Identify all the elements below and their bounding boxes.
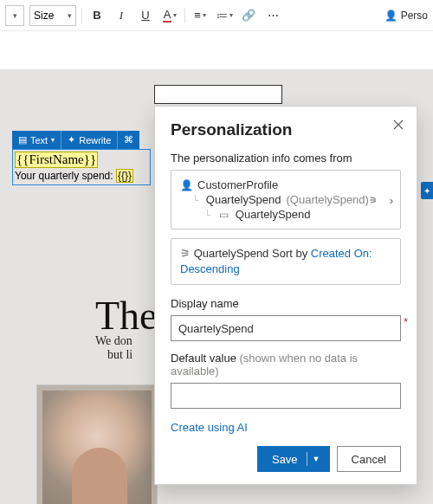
panel-button-row: Save ▼ Cancel — [171, 446, 401, 472]
default-value-label: Default value (shown when no data is ava… — [171, 352, 401, 378]
font-family-dropdown[interactable]: ▾ — [5, 5, 24, 26]
chevron-right-icon: › — [390, 193, 393, 206]
default-value-field: Default value (shown when no data is ava… — [171, 352, 401, 409]
display-name-input[interactable] — [171, 315, 401, 341]
article-image — [36, 384, 158, 504]
text-element-button[interactable]: ▤ Text ▾ — [12, 131, 61, 149]
firstname-token[interactable]: {{FirstName}} — [15, 152, 98, 168]
chevron-down-icon[interactable]: ▼ — [313, 455, 320, 463]
italic-button[interactable]: I — [112, 4, 131, 27]
overflow-button[interactable]: ⋯ — [263, 4, 282, 27]
sparkle-icon: ✦ — [68, 134, 75, 145]
tree-elbow-icon: └ — [204, 210, 211, 220]
source-leaf-row: └ ▭ QuartelySpend — [180, 207, 378, 222]
personalization-shortcut[interactable]: Perso — [401, 10, 428, 22]
display-name-label: Display name — [171, 297, 401, 310]
required-indicator: * — [404, 316, 408, 328]
source-section-label: The personalization info comes from — [171, 152, 401, 165]
display-name-field: Display name * — [171, 297, 401, 341]
article-body-line: We don — [95, 334, 132, 348]
split-divider — [307, 452, 307, 466]
profile-icon: 👤 — [180, 179, 192, 191]
save-button[interactable]: Save ▼ — [257, 446, 330, 472]
editor-canvas: ▤ Text ▾ ✦ Rewrite ⌘ {{FirstName}} Your … — [0, 31, 433, 504]
chevron-down-icon: ▾ — [51, 136, 55, 144]
text-icon: ▤ — [18, 134, 27, 145]
field-icon: ▭ — [218, 209, 230, 221]
personalization-panel: Personalization The personalization info… — [154, 106, 417, 485]
filter-icon: ⚞ — [180, 247, 191, 260]
source-child-row: └ QuartelySpend (QuartelySpend) — [180, 192, 378, 207]
link-button[interactable]: 🔗 — [239, 4, 258, 27]
cancel-button[interactable]: Cancel — [337, 446, 401, 472]
font-size-dropdown[interactable]: Size ▾ — [29, 5, 76, 26]
chevron-down-icon: ▾ — [229, 11, 233, 19]
separator — [81, 8, 82, 23]
panel-title: Personalization — [171, 120, 401, 139]
page-edge — [0, 31, 433, 69]
close-icon — [393, 120, 404, 130]
partial-element-outline — [154, 85, 282, 104]
empty-token[interactable]: {{}} — [116, 169, 133, 183]
default-value-input[interactable] — [171, 383, 401, 409]
align-button[interactable]: ≡▾ — [191, 4, 210, 27]
article-body-line: but li — [107, 348, 132, 362]
separator — [184, 8, 185, 23]
selection-line-2[interactable]: Your quarterly spend: {{}} — [15, 170, 150, 183]
selection-context-bar: ▤ Text ▾ ✦ Rewrite ⌘ — [12, 131, 139, 149]
copilot-button[interactable]: ⌘ — [118, 131, 139, 149]
rewrite-button[interactable]: ✦ Rewrite — [61, 131, 118, 149]
sort-indicator[interactable]: ⚞ QuartelySpend Sort by Created On: Desc… — [171, 238, 401, 285]
copilot-icon: ⌘ — [124, 134, 133, 145]
list-button[interactable]: ≔▾ — [215, 4, 234, 27]
font-size-label: Size — [34, 10, 54, 22]
filter-icon[interactable]: ⚞ — [369, 195, 378, 206]
create-using-ai-link[interactable]: Create using AI — [171, 421, 248, 434]
source-root-row: 👤 CustomerProfile — [180, 178, 378, 192]
underline-button[interactable]: U — [136, 4, 155, 27]
person-icon: 👤 — [385, 10, 397, 22]
chevron-down-icon: ▾ — [203, 11, 206, 19]
chevron-down-icon: ▾ — [68, 11, 72, 20]
close-button[interactable] — [389, 115, 408, 134]
tree-elbow-icon: └ — [192, 195, 199, 205]
selected-text-block[interactable]: {{FirstName}} Your quarterly spend: {{}} — [12, 149, 151, 185]
chevron-down-icon: ▾ — [13, 11, 17, 20]
chevron-down-icon: ▾ — [173, 11, 177, 19]
source-picker[interactable]: 👤 CustomerProfile └ QuartelySpend (Quart… — [171, 170, 401, 229]
font-color-button[interactable]: A▾ — [160, 4, 179, 27]
bold-button[interactable]: B — [87, 4, 107, 27]
formatting-toolbar: ▾ Size ▾ B I U A▾ ≡▾ ≔▾ 🔗 ⋯ 👤 Perso — [0, 0, 433, 31]
right-dock-handle[interactable]: ✦ — [421, 182, 433, 199]
article-headline: The — [95, 293, 158, 339]
